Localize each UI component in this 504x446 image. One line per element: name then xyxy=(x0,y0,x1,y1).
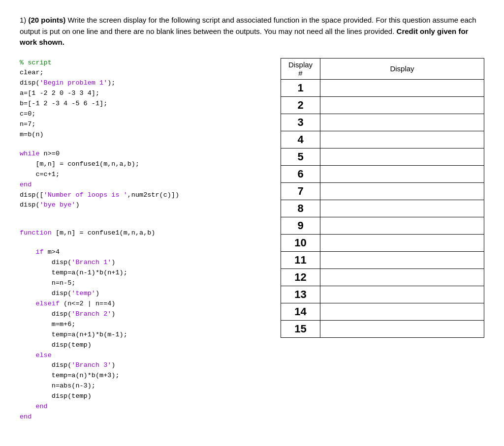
table-row: 1 xyxy=(281,79,484,96)
code-line-end3: end xyxy=(20,412,266,422)
code-line-disp-temp: disp('temp') xyxy=(20,289,266,299)
code-line-end2: end xyxy=(20,402,266,412)
table-row: 10 xyxy=(281,234,484,251)
display-value-cell[interactable] xyxy=(320,148,484,165)
display-value-cell[interactable] xyxy=(320,251,484,268)
display-value-cell[interactable] xyxy=(320,320,484,337)
col-display-num: Display # xyxy=(281,58,320,79)
table-row: 11 xyxy=(281,251,484,268)
display-value-cell[interactable] xyxy=(320,286,484,303)
code-line-branch3-disp: disp('Branch 3') xyxy=(20,360,266,371)
code-line-disp-temp2: disp(temp) xyxy=(20,340,266,351)
code-section: % script clear; disp('Begin problem 1');… xyxy=(20,58,266,423)
table-section: Display # Display 123456789101112131415 xyxy=(281,58,484,338)
display-value-cell[interactable] xyxy=(320,114,484,131)
code-line-11: disp('bye bye') xyxy=(20,200,266,210)
display-value-cell[interactable] xyxy=(320,234,484,251)
display-number-cell: 1 xyxy=(281,79,320,96)
table-row: 4 xyxy=(281,131,484,148)
display-table: Display # Display 123456789101112131415 xyxy=(281,58,484,338)
display-number-cell: 13 xyxy=(281,286,320,303)
display-value-cell[interactable] xyxy=(320,79,484,96)
table-row: 13 xyxy=(281,286,484,303)
code-line-branch1-disp: disp('Branch 1') xyxy=(20,258,266,268)
code-line-10: disp(['Number of loops is ',num2str(c)]) xyxy=(20,190,266,201)
code-line-n2: n=abs(n-3); xyxy=(20,381,266,391)
display-value-cell[interactable] xyxy=(320,182,484,200)
display-number-cell: 4 xyxy=(281,131,320,148)
code-line-branch2-disp: disp('Branch 2') xyxy=(20,309,266,320)
display-value-cell[interactable] xyxy=(320,303,484,320)
code-line-comment: % script xyxy=(20,58,266,68)
table-row: 12 xyxy=(281,268,484,286)
table-row: 14 xyxy=(281,303,484,320)
question-points: (20 points) xyxy=(29,16,66,24)
code-line-7: m=b(n) xyxy=(20,130,266,140)
display-number-cell: 11 xyxy=(281,251,320,268)
code-line-8: [m,n] = confuse1(m,n,a,b); xyxy=(20,159,266,170)
display-number-cell: 3 xyxy=(281,114,320,131)
code-line-4: b=[-1 2 -3 4 -5 6 -1]; xyxy=(20,99,266,109)
code-line-5: c=0; xyxy=(20,109,266,119)
table-row: 8 xyxy=(281,200,484,217)
code-line-3: a=[1 -2 2 0 -3 3 4]; xyxy=(20,89,266,99)
code-line-temp2: temp=a(n+1)*b(m-1); xyxy=(20,330,266,340)
display-number-cell: 7 xyxy=(281,182,320,200)
display-value-cell[interactable] xyxy=(320,268,484,286)
code-line-function: function [m,n] = confuse1(m,n,a,b) xyxy=(20,228,266,238)
table-row: 9 xyxy=(281,217,484,234)
code-line-elseif: elseif (n<=2 | n==4) xyxy=(20,299,266,309)
code-line-end1: end xyxy=(20,180,266,190)
code-line-else: else xyxy=(20,351,266,361)
question-header: 1) (20 points) Write the screen display … xyxy=(20,15,484,48)
display-number-cell: 5 xyxy=(281,148,320,165)
table-row: 3 xyxy=(281,114,484,131)
display-value-cell[interactable] xyxy=(320,96,484,114)
code-line-disp-temp3: disp(temp) xyxy=(20,391,266,402)
display-value-cell[interactable] xyxy=(320,200,484,217)
table-row: 2 xyxy=(281,96,484,114)
display-number-cell: 10 xyxy=(281,234,320,251)
display-number-cell: 8 xyxy=(281,200,320,217)
code-line-m1: m=m+6; xyxy=(20,320,266,330)
display-value-cell[interactable] xyxy=(320,217,484,234)
code-line-2: disp('Begin problem 1'); xyxy=(20,78,266,89)
display-number-cell: 9 xyxy=(281,217,320,234)
code-line-while: while n>=0 xyxy=(20,149,266,159)
display-number-cell: 2 xyxy=(281,96,320,114)
main-content: % script clear; disp('Begin problem 1');… xyxy=(20,58,484,423)
question-number: 1) xyxy=(20,16,26,24)
code-line-temp3: temp=a(n)*b(m+3); xyxy=(20,371,266,381)
credit-text: Credit only given for work shown. xyxy=(20,27,468,47)
col-display: Display xyxy=(320,58,484,79)
table-row: 6 xyxy=(281,165,484,182)
code-line-6: n=7; xyxy=(20,119,266,130)
code-line-1: clear; xyxy=(20,68,266,78)
code-line-temp1: temp=a(n-1)*b(n+1); xyxy=(20,268,266,278)
code-line-9: c=c+1; xyxy=(20,170,266,180)
display-value-cell[interactable] xyxy=(320,165,484,182)
code-line-if: if m>4 xyxy=(20,247,266,258)
question-text: Write the screen display for the followi… xyxy=(20,16,476,46)
table-row: 7 xyxy=(281,182,484,200)
display-number-cell: 6 xyxy=(281,165,320,182)
display-number-cell: 12 xyxy=(281,268,320,286)
display-number-cell: 14 xyxy=(281,303,320,320)
code-line-n1: n=n-5; xyxy=(20,278,266,289)
display-value-cell[interactable] xyxy=(320,131,484,148)
table-row: 5 xyxy=(281,148,484,165)
table-row: 15 xyxy=(281,320,484,337)
display-number-cell: 15 xyxy=(281,320,320,337)
